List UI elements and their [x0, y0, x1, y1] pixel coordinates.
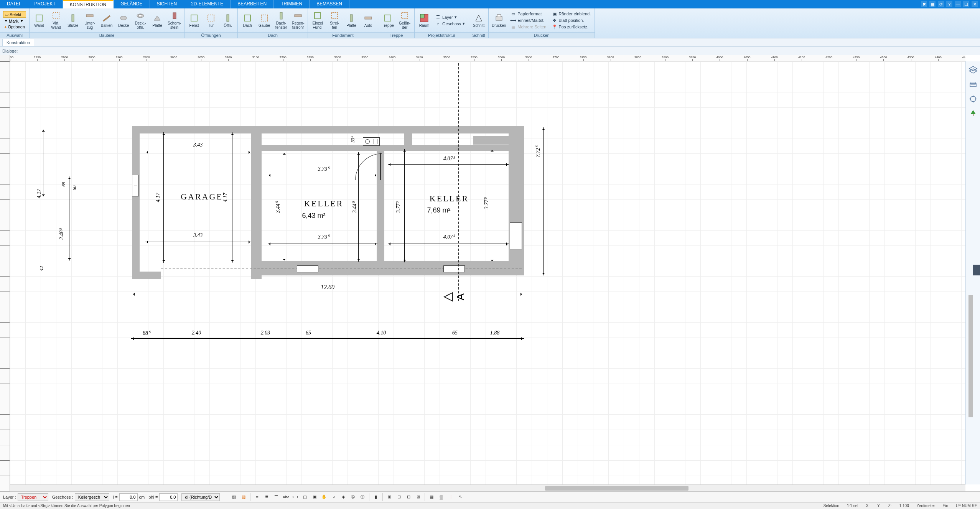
- linew3-icon[interactable]: ☰: [272, 493, 280, 501]
- blatt-position-button[interactable]: ✥Blatt position.: [551, 17, 592, 23]
- menu-tab-sichten[interactable]: SICHTEN: [150, 0, 184, 8]
- window-symbol[interactable]: [510, 222, 522, 249]
- a-marker-icon[interactable]: Ⓐ: [349, 493, 357, 501]
- einheit-button[interactable]: ⟷Einheit/Maßst.: [510, 17, 547, 23]
- menu-tab-trimmen[interactable]: TRIMMEN: [274, 0, 310, 8]
- bar-icon[interactable]: ▮: [372, 493, 380, 501]
- window-symbol[interactable]: [132, 175, 139, 196]
- target-icon[interactable]: [968, 94, 978, 104]
- dach-fenster-button[interactable]: Dach- fenster: [273, 9, 289, 31]
- snap1-icon[interactable]: ⊞: [385, 493, 394, 501]
- geschoss-select[interactable]: Kellergesch: [75, 493, 109, 501]
- treppe-button[interactable]: Treppe: [380, 9, 396, 31]
- status-hint: Mit <Umschalt> und <Strg> können Sie die…: [3, 504, 130, 508]
- regen-fallrohr-button[interactable]: Regen- fallrohr: [290, 9, 306, 31]
- gaube-button[interactable]: Gaube: [256, 9, 272, 31]
- menu-tab-projekt[interactable]: PROJEKT: [27, 0, 63, 8]
- grid-icon[interactable]: ▒: [437, 493, 445, 501]
- auto-button[interactable]: Auto: [360, 9, 376, 31]
- menu-tab-gelände[interactable]: GELÄNDE: [114, 0, 150, 8]
- wand-button[interactable]: Wand: [31, 9, 47, 31]
- snap4-icon[interactable]: ⊠: [414, 493, 422, 501]
- menu-tab-bearbeiten[interactable]: BEARBEITEN: [231, 0, 274, 8]
- length-input[interactable]: [119, 493, 138, 501]
- length-field: l = cm: [113, 493, 145, 501]
- ribbon-group-bauteile: WandVirt. WandStützeUnter- zugBalkenDeck…: [30, 8, 184, 38]
- maximize-icon[interactable]: ☐: [963, 1, 969, 7]
- unter-zug-button[interactable]: Unter- zug: [82, 9, 98, 31]
- svg-rect-0: [36, 15, 42, 21]
- menu-tab-bemassen[interactable]: BEMASSEN: [310, 0, 349, 8]
- balken-button[interactable]: Balken: [99, 9, 115, 31]
- deck-ffn--button[interactable]: Deck.- öffn.: [132, 9, 148, 31]
- vertical-ruler[interactable]: [0, 61, 10, 491]
- fenst-button[interactable]: Fenst: [186, 9, 202, 31]
- drawing-canvas[interactable]: GARAGE KELLER 6,43 m² KELLER 7,69 m² 3.4…: [10, 61, 965, 484]
- tree-icon[interactable]: [968, 109, 978, 118]
- gel-n-der-button[interactable]: Gelän- der: [397, 9, 413, 31]
- cursor-icon[interactable]: ↖: [456, 493, 464, 501]
- hatch2-icon[interactable]: ▨: [239, 493, 248, 501]
- snap-icon[interactable]: ▣: [310, 493, 319, 501]
- section-line[interactable]: [458, 63, 459, 301]
- dach-button[interactable]: Dach: [239, 9, 255, 31]
- tool-icon[interactable]: ✖: [921, 1, 927, 7]
- geschoss-dropdown[interactable]: ⌂Geschoss ▾: [435, 21, 466, 27]
- raum-button[interactable]: Raum: [416, 9, 432, 31]
- n-marker-icon[interactable]: Ⓝ: [358, 493, 367, 501]
- furniture-icon[interactable]: [968, 80, 978, 89]
- mehrere-seiten-button[interactable]: ▦Mehrere Seiten: [510, 24, 547, 30]
- ortho-icon[interactable]: ⊹: [446, 493, 455, 501]
- parallel-icon[interactable]: ⫽: [329, 493, 338, 501]
- help-icon[interactable]: ?: [946, 1, 952, 7]
- block-icon[interactable]: ▦: [427, 493, 436, 501]
- hatch1-icon[interactable]: ▨: [230, 493, 238, 501]
- schorn-stein-button[interactable]: Schorn- stein: [166, 9, 183, 31]
- -ffn--button[interactable]: Öffn.: [220, 9, 236, 31]
- einzel-fund--button[interactable]: Einzel Fund.: [310, 9, 326, 31]
- selekt-button[interactable]: ▭Selekt: [3, 11, 26, 18]
- raender-button[interactable]: ▣Ränder einblend.: [551, 11, 592, 17]
- diamond-icon[interactable]: ◈: [339, 493, 348, 501]
- frame-icon[interactable]: ▢: [301, 493, 309, 501]
- phi-input[interactable]: [159, 493, 178, 501]
- hand-icon[interactable]: ✋: [320, 493, 328, 501]
- dim-icon[interactable]: ⟷: [291, 493, 300, 501]
- optionen-button[interactable]: +Optionen: [3, 24, 26, 30]
- dl-select[interactable]: dl (Richtung/Di: [181, 493, 220, 501]
- mark-dropdown[interactable]: ✦Mark. ▾: [3, 18, 26, 24]
- window-symbol[interactable]: [297, 265, 318, 272]
- st-tze-button[interactable]: Stütze: [65, 9, 81, 31]
- linew1-icon[interactable]: ≡: [253, 493, 261, 501]
- konstruktion-tab[interactable]: Konstruktion: [2, 39, 34, 46]
- drucken-button[interactable]: Drucken: [490, 9, 507, 31]
- pos-reset-button[interactable]: 📍Pos zurücksetz.: [551, 24, 592, 30]
- decke-button[interactable]: Decke: [115, 9, 132, 31]
- snap2-icon[interactable]: ⊡: [395, 493, 403, 501]
- tool-icon[interactable]: ⟳: [938, 1, 944, 7]
- linew2-icon[interactable]: ≣: [262, 493, 271, 501]
- horizontal-ruler[interactable]: 2700275028002850290029503000305031003150…: [10, 55, 965, 61]
- strei-fen-button[interactable]: Strei- fen: [326, 9, 343, 31]
- platte-button[interactable]: Platte: [343, 9, 359, 31]
- menu-tab-2d-elemente[interactable]: 2D-ELEMENTE: [184, 0, 231, 8]
- virt-wand-button[interactable]: Virt. Wand: [48, 9, 64, 31]
- layers-icon[interactable]: [968, 65, 978, 74]
- platte-button[interactable]: Platte: [149, 9, 165, 31]
- menu-tab-konstruktion[interactable]: KONSTRUKTION: [63, 0, 114, 8]
- schnitt-button[interactable]: Schnitt: [471, 9, 487, 31]
- close-icon[interactable]: ✕: [972, 1, 978, 7]
- papierformat-button[interactable]: ▭Papierformat: [510, 11, 547, 17]
- window-symbol[interactable]: [443, 265, 465, 272]
- vertical-scrollbar-thumb[interactable]: [968, 295, 973, 417]
- t-r-button[interactable]: Tür: [203, 9, 219, 31]
- side-panel-handle[interactable]: [973, 265, 980, 275]
- abc-icon[interactable]: Abc: [282, 493, 290, 501]
- snap3-icon[interactable]: ⊟: [404, 493, 413, 501]
- layer-dropdown[interactable]: ☰Layer ▾: [435, 14, 466, 20]
- menu-tab-datei[interactable]: DATEI: [0, 0, 27, 8]
- tool-icon[interactable]: ▦: [929, 1, 936, 7]
- layer-select[interactable]: Treppen: [18, 493, 48, 501]
- horizontal-scrollbar[interactable]: [10, 484, 965, 491]
- minimize-icon[interactable]: —: [955, 1, 961, 7]
